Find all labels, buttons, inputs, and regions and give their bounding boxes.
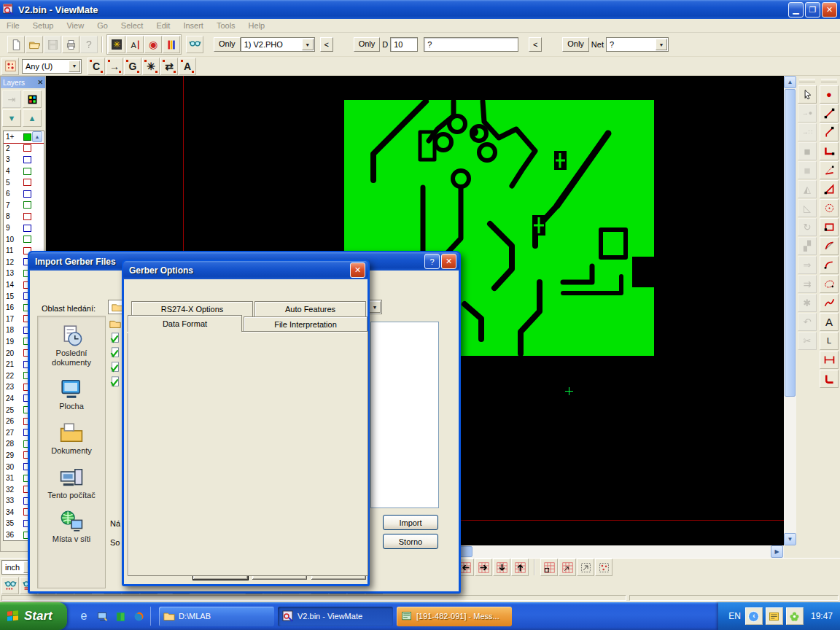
scroll-right-icon[interactable]: ▶ — [771, 545, 783, 558]
draw-text-button[interactable]: A — [820, 313, 839, 331]
menu-help[interactable]: Help — [242, 20, 272, 31]
previous-dcode-button[interactable]: < — [529, 37, 542, 52]
measure-button[interactable]: A — [126, 36, 144, 53]
layer-row-7[interactable]: 7 — [4, 200, 44, 211]
scroll-down-icon[interactable]: ▼ — [784, 533, 796, 545]
task-viewmate[interactable]: V2.bin - ViewMate — [278, 607, 393, 626]
draw-curve-button[interactable] — [820, 237, 839, 255]
select-text-button[interactable]: A — [179, 58, 196, 75]
language-indicator[interactable]: EN — [728, 611, 741, 621]
pan-up-button[interactable] — [511, 559, 529, 576]
dcode-description-field[interactable]: ? — [424, 37, 518, 52]
import-button[interactable]: Import — [383, 515, 438, 530]
draw-sketch-button[interactable] — [820, 294, 839, 312]
grid-move-button[interactable] — [559, 559, 576, 576]
view-all-glasses-button[interactable] — [1, 577, 19, 594]
tab-rs274x-options[interactable]: RS274-X Options — [131, 301, 253, 316]
select-component-button[interactable]: C — [88, 58, 105, 75]
layer-color-swatch[interactable] — [23, 156, 31, 163]
only-net-button[interactable]: Only — [562, 37, 589, 52]
folder-icon[interactable] — [109, 317, 122, 330]
layer-row-8[interactable]: 8 — [4, 211, 44, 222]
checked-file-icon[interactable] — [109, 332, 122, 345]
draw-corner-button[interactable] — [820, 370, 839, 388]
draw-circle-button[interactable] — [820, 199, 839, 217]
layer-row-6[interactable]: 6 — [4, 188, 44, 200]
layer-row-9[interactable]: 9 — [4, 222, 44, 234]
tab-data-format[interactable]: Data Format — [128, 315, 242, 332]
layer-color-swatch[interactable] — [23, 168, 31, 175]
chevron-down-icon[interactable]: ▼ — [302, 39, 314, 50]
menu-insert[interactable]: Insert — [176, 20, 210, 31]
layer-setup-button[interactable] — [23, 90, 42, 108]
internet-explorer-button[interactable]: e — [76, 607, 92, 625]
layer-color-swatch[interactable] — [23, 190, 31, 198]
only-layer-button[interactable]: Only — [214, 37, 241, 52]
draw-rect-corner-button[interactable] — [820, 142, 839, 160]
menu-select[interactable]: Select — [114, 20, 150, 31]
vertical-scrollbar[interactable]: ▲ ▼ — [784, 76, 796, 545]
place-documents[interactable]: Dokumenty — [39, 421, 104, 456]
notes-tray-button[interactable] — [766, 607, 783, 625]
draw-label-button[interactable]: L — [820, 332, 839, 350]
pan-down-button[interactable] — [493, 559, 510, 576]
zoom-points-button[interactable] — [595, 559, 612, 576]
draw-triangle-button[interactable] — [820, 180, 839, 198]
only-dcode-button[interactable]: Only — [354, 37, 381, 52]
select-direction-button[interactable]: → — [106, 58, 123, 75]
grid-origin-button[interactable] — [540, 559, 558, 576]
layer-colors-button[interactable] — [163, 36, 180, 53]
menu-view[interactable]: View — [60, 20, 90, 31]
zoom-select-button[interactable] — [577, 559, 594, 576]
firefox-button[interactable] — [131, 607, 147, 625]
cancel-button[interactable]: Storno — [383, 534, 438, 549]
draw-arc-angle-button[interactable] — [820, 161, 839, 179]
checked-file-icon[interactable] — [109, 346, 122, 359]
task-message[interactable]: [191-482-091] - Mess... — [397, 607, 512, 626]
draw-dimension-button[interactable] — [820, 351, 839, 369]
chevron-down-icon[interactable]: ▼ — [69, 61, 80, 72]
highlight-button[interactable]: ◉ — [144, 36, 162, 53]
layer-row-3[interactable]: 3 — [4, 154, 44, 166]
close-icon[interactable]: ✕ — [37, 79, 43, 86]
icq-tray-button[interactable] — [786, 607, 804, 625]
menu-edit[interactable]: Edit — [149, 20, 176, 31]
scroll-up-icon[interactable]: ▲ — [784, 76, 796, 88]
draw-rectangle-button[interactable] — [820, 218, 839, 236]
checked-file-icon[interactable] — [109, 361, 122, 374]
birdseye-view-button[interactable]: ✳ — [108, 36, 125, 53]
layer-color-swatch[interactable] — [23, 236, 31, 243]
draw-polyline-button[interactable] — [820, 123, 839, 141]
draw-arc-button[interactable] — [820, 256, 839, 274]
print-button[interactable] — [62, 36, 79, 53]
chevron-down-icon[interactable]: ▼ — [656, 39, 667, 50]
help-book-button[interactable] — [112, 607, 128, 625]
film-glasses-button[interactable] — [186, 36, 203, 53]
layer-color-swatch[interactable] — [23, 144, 31, 152]
select-trace-button[interactable]: ⇄ — [160, 58, 178, 75]
open-folder-button[interactable] — [26, 36, 43, 53]
layer-combo[interactable]: 1) V2.PHO ▼ — [241, 37, 315, 52]
show-desktop-button[interactable] — [94, 607, 110, 625]
layer-color-swatch[interactable] — [23, 201, 31, 209]
place-desktop[interactable]: Plocha — [39, 377, 104, 411]
dcode-field[interactable]: 10 — [390, 37, 418, 52]
move-layer-up-button[interactable]: ▲ — [23, 109, 42, 127]
start-button[interactable]: Start — [0, 602, 67, 630]
layer-row-5[interactable]: 5 — [4, 176, 44, 188]
draw-pad-button[interactable]: ● — [820, 85, 839, 104]
layer-scroll-up-icon[interactable]: ▲ — [32, 131, 42, 142]
move-layer-down-button[interactable]: ▼ — [2, 109, 21, 127]
select-mode-button[interactable] — [1, 58, 19, 75]
hide-icons-chevron-button[interactable]: ‹ — [745, 607, 763, 625]
layer-color-swatch[interactable] — [23, 133, 31, 141]
vertical-scroll-thumb[interactable] — [785, 89, 796, 397]
task-mlab-folder[interactable]: D:\MLAB — [159, 607, 274, 626]
place-network-places[interactable]: Místa v síti — [39, 510, 104, 544]
draw-ellipse-arc-button[interactable] — [820, 275, 839, 293]
menu-go[interactable]: Go — [90, 20, 114, 31]
layer-color-swatch[interactable] — [23, 225, 31, 232]
layer-color-swatch[interactable] — [23, 213, 31, 220]
layer-color-swatch[interactable] — [23, 179, 31, 186]
tab-auto-features[interactable]: Auto Features — [254, 301, 366, 316]
